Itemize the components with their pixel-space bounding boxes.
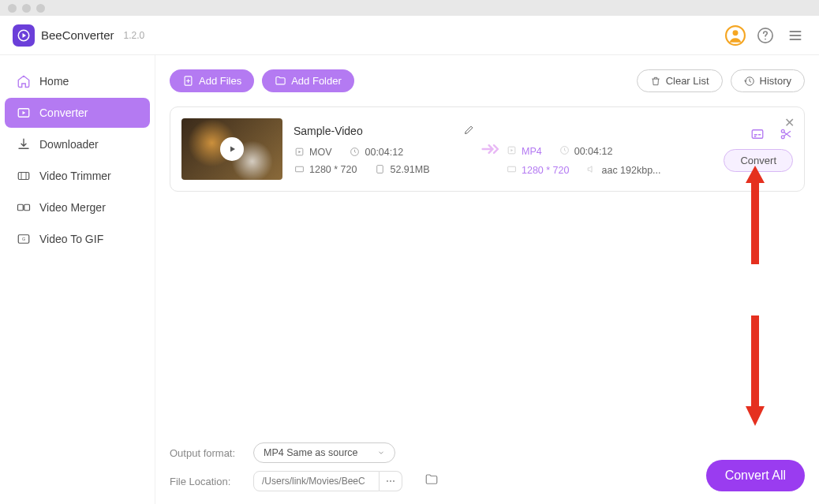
download-icon (16, 136, 32, 152)
svg-rect-7 (18, 204, 24, 211)
clock-icon (349, 147, 360, 158)
account-icon[interactable] (724, 24, 746, 47)
help-icon[interactable] (754, 24, 776, 47)
open-folder-icon[interactable] (424, 472, 439, 490)
chevron-down-icon (377, 449, 385, 457)
file-add-icon (182, 75, 194, 87)
annotation-arrow (739, 315, 771, 426)
sidebar-item-converter[interactable]: Converter (5, 98, 150, 128)
app-logo (13, 24, 35, 47)
source-size: 52.91MB (390, 164, 429, 175)
history-icon (744, 76, 755, 87)
subtitle-icon[interactable] (750, 127, 765, 141)
window-titlebar (0, 0, 819, 16)
sidebar-item-label: Home (39, 75, 69, 88)
svg-rect-14 (295, 166, 303, 172)
close-icon[interactable]: ✕ (784, 115, 795, 130)
sidebar-item-label: Video Trimmer (39, 170, 111, 182)
app-name: BeeConverter (41, 28, 114, 42)
svg-rect-8 (24, 204, 30, 211)
app-header: BeeConverter 1.2.0 (0, 16, 819, 55)
sidebar-item-gif[interactable]: G Video To GIF (5, 224, 150, 254)
sidebar-item-merger[interactable]: Video Merger (5, 192, 150, 222)
add-files-button[interactable]: Add Files (170, 69, 254, 92)
traffic-light-zoom[interactable] (36, 4, 45, 13)
source-duration: 00:04:12 (365, 147, 403, 158)
add-folder-button[interactable]: Add Folder (262, 69, 354, 92)
source-format: MOV (309, 147, 331, 158)
file-card: ✕ Sample-Video MOV 00:04:12 1280 * 720 5… (170, 106, 805, 192)
resolution-icon (507, 164, 517, 177)
source-resolution: 1280 * 720 (309, 164, 357, 175)
svg-rect-6 (18, 173, 29, 180)
gif-icon: G (16, 231, 32, 247)
sidebar-item-trimmer[interactable]: Video Trimmer (5, 161, 150, 191)
output-format-label: Output format: (170, 447, 241, 459)
trash-icon (650, 76, 661, 87)
trimmer-icon (16, 168, 32, 184)
merger-icon (16, 200, 32, 215)
sidebar-item-label: Converter (39, 106, 88, 119)
toolbar: Add Files Add Folder Clear List History (170, 69, 805, 92)
convert-all-button[interactable]: Convert All (706, 460, 805, 491)
traffic-light-minimize[interactable] (22, 4, 31, 13)
bottom-bar: Output format: MP4 Same as source File L… (170, 442, 805, 491)
resolution-icon (294, 164, 305, 175)
file-location-value: /Users/link/Movies/BeeC (253, 471, 380, 491)
svg-point-20 (781, 135, 784, 138)
sidebar-item-label: Downloader (39, 138, 99, 151)
svg-point-4 (765, 38, 766, 39)
history-button[interactable]: History (731, 69, 805, 92)
traffic-light-close[interactable] (8, 4, 17, 13)
svg-rect-19 (752, 129, 763, 138)
clock-icon (559, 145, 570, 158)
svg-text:G: G (22, 237, 25, 241)
home-icon (16, 73, 32, 89)
audio-icon (586, 164, 596, 177)
folder-add-icon (275, 75, 286, 87)
more-icon[interactable]: ⋯ (380, 471, 402, 491)
target-format[interactable]: MP4 (522, 146, 542, 157)
output-format-select[interactable]: MP4 Same as source (253, 442, 395, 463)
sidebar-item-downloader[interactable]: Downloader (5, 129, 150, 159)
sidebar-item-label: Video To GIF (39, 233, 103, 245)
sidebar-item-label: Video Merger (39, 201, 106, 214)
target-duration: 00:04:12 (574, 146, 613, 157)
svg-rect-18 (508, 166, 516, 172)
sidebar-item-home[interactable]: Home (5, 66, 150, 96)
annotation-arrow (739, 166, 771, 268)
size-icon (374, 164, 385, 175)
format-icon (294, 147, 305, 158)
format-icon (507, 145, 517, 158)
target-audio[interactable]: aac 192kbp... (601, 165, 660, 176)
play-icon (220, 137, 244, 161)
sidebar: Home Converter Downloader Video Trimmer … (0, 55, 155, 504)
edit-icon[interactable] (463, 124, 475, 139)
converter-icon (16, 105, 32, 121)
file-location-label: File Location: (170, 476, 241, 487)
menu-icon[interactable] (784, 24, 806, 47)
app-version: 1.2.0 (124, 30, 145, 41)
svg-rect-15 (377, 166, 383, 174)
target-resolution[interactable]: 1280 * 720 (522, 165, 569, 176)
video-thumbnail[interactable] (181, 118, 282, 180)
clear-list-button[interactable]: Clear List (637, 69, 723, 92)
arrow-icon (475, 142, 507, 156)
svg-point-2 (733, 30, 739, 35)
content-area: Add Files Add Folder Clear List History … (155, 55, 819, 504)
file-name: Sample-Video (294, 125, 363, 137)
